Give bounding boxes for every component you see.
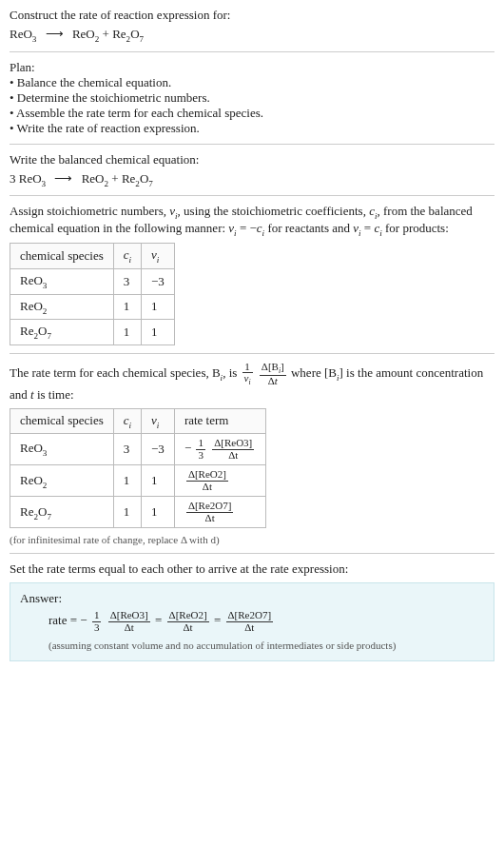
ci: 3: [113, 434, 141, 465]
assign-paragraph: Assign stoichiometric numbers, νi, using…: [10, 204, 494, 237]
frac-dre2o7-dt: Δ[Re2O7]Δt: [226, 610, 274, 633]
sub7: 7: [140, 34, 145, 44]
rate-eq: rate =: [48, 613, 80, 627]
reo: ReO: [10, 27, 32, 41]
col-ci: ci: [113, 244, 141, 269]
rate-expression: rate = − 13 Δ[ReO3]Δt = Δ[ReO2]Δt = Δ[Re…: [48, 610, 484, 633]
neg: −: [184, 441, 191, 455]
col-nui: νi: [142, 244, 175, 269]
ci: 3: [113, 268, 141, 294]
frac-dreo2-dt: Δ[ReO2]Δt: [186, 469, 228, 492]
eq: =: [155, 613, 165, 627]
nui: −3: [142, 268, 175, 294]
arrow-icon: ⟶: [54, 171, 72, 187]
ci: 1: [113, 465, 141, 497]
reactant-reo3-b: ReO3: [19, 171, 46, 186]
rate-term: Δ[ReO2]Δt: [174, 465, 265, 497]
table-header-row: chemical species ci νi rate term: [10, 408, 266, 434]
den: 3: [196, 450, 205, 462]
frac-dbi-dt: Δ[Bi]Δt: [260, 362, 286, 387]
plan-item-1: • Balance the chemical equation.: [10, 75, 494, 90]
unbalanced-equation: ReO3 ⟶ ReO2 + Re2O7: [10, 27, 494, 44]
answer-label: Answer:: [20, 591, 484, 606]
col-ci: ci: [113, 408, 141, 434]
species: Re2O7: [10, 497, 114, 528]
rate-term: − 13 Δ[ReO3]Δt: [174, 434, 265, 465]
divider: [10, 51, 494, 52]
divider: [10, 144, 494, 145]
stoich-table: chemical species ci νi ReO3 3 −3 ReO2 1 …: [10, 243, 175, 344]
den: Δt: [167, 622, 209, 634]
table-row: ReO3 3 −3: [10, 268, 175, 294]
frac-dreo3-dt: Δ[ReO3]Δt: [108, 610, 150, 633]
sub3: 3: [32, 34, 37, 44]
col-rate-term: rate term: [174, 408, 265, 434]
plan-item-3: • Assemble the rate term for each chemic…: [10, 106, 494, 121]
re-b: Re: [122, 171, 135, 186]
sub7b: 7: [148, 178, 153, 187]
rate-term-paragraph: The rate term for each chemical species,…: [10, 362, 494, 403]
coef-3: 3: [10, 171, 19, 186]
den: Δt: [186, 513, 234, 524]
eq2: =: [214, 613, 224, 627]
neg: −: [80, 613, 87, 627]
eq2: =: [361, 221, 375, 235]
sub: 3: [43, 281, 48, 290]
col-species: chemical species: [10, 244, 114, 269]
species: ReO3: [10, 434, 114, 465]
txt: , is: [223, 365, 240, 380]
infinitesimal-note: (for infinitesimal rate of change, repla…: [10, 534, 494, 545]
reactant-reo3: ReO3: [10, 27, 36, 41]
plan-title: Plan:: [10, 60, 494, 75]
rate-term-table: chemical species ci νi rate term ReO3 3 …: [10, 408, 266, 529]
table-row: ReO2 1 1 Δ[ReO2]Δt: [10, 465, 266, 497]
den: Δt: [108, 622, 150, 634]
sp2: O: [38, 324, 47, 338]
nui: 1: [142, 497, 175, 528]
sub2b: 2: [104, 178, 108, 187]
frac-dreo2-dt: Δ[ReO2]Δt: [167, 610, 209, 633]
rate-term: Δ[Re2O7]Δt: [174, 497, 265, 528]
reo-p1: ReO: [72, 27, 95, 41]
reo-p1b: ReO: [82, 171, 105, 186]
ci: 1: [113, 497, 141, 528]
den: Δt: [226, 622, 274, 634]
txt: Assign stoichiometric numbers,: [10, 204, 169, 218]
sp: ReO: [20, 273, 43, 287]
table-row: Re2O7 1 1: [10, 320, 175, 345]
col-species: chemical species: [10, 408, 114, 434]
i: i: [129, 255, 132, 265]
re: Re: [112, 27, 126, 41]
txt: , using the stoichiometric coefficients,: [178, 204, 370, 218]
frac-1-3: 13: [196, 438, 205, 461]
answer-box: Answer: rate = − 13 Δ[ReO3]Δt = Δ[ReO2]Δ…: [10, 582, 494, 660]
i: i: [157, 420, 160, 429]
sub: 2: [43, 305, 48, 315]
prompt-line: Construct the rate of reaction expressio…: [10, 8, 494, 23]
den: 3: [92, 622, 102, 634]
species: ReO2: [10, 294, 114, 320]
balanced-equation: 3 ReO3 ⟶ ReO2 + Re2O7: [10, 171, 494, 188]
frac-1-nui: 1νi: [242, 362, 253, 387]
nui: 1: [142, 320, 175, 345]
table-row: Re2O7 1 1 Δ[Re2O7]Δt: [10, 497, 266, 528]
divider: [10, 195, 494, 196]
species: ReO2: [10, 465, 114, 497]
divider: [10, 553, 494, 554]
frac-1-3: 13: [92, 610, 102, 633]
num: Δ[ReO3]: [212, 438, 254, 450]
sp: Re: [20, 324, 33, 338]
reo-b: ReO: [19, 171, 42, 186]
table-header-row: chemical species ci νi: [10, 244, 175, 269]
sub3b: 3: [42, 178, 47, 187]
sub2: 7: [47, 331, 51, 341]
product-re2o7: Re2O7: [112, 27, 144, 41]
final-title: Set the rate terms equal to each other t…: [10, 561, 494, 577]
plan-item-4: • Write the rate of reaction expression.: [10, 121, 494, 136]
assumption-note: (assuming constant volume and no accumul…: [48, 640, 484, 651]
nui: 1: [142, 465, 175, 497]
sp: ReO: [20, 299, 43, 313]
balanced-title: Write the balanced chemical equation:: [10, 152, 494, 167]
species: ReO3: [10, 268, 114, 294]
txt: for reactants and: [264, 221, 353, 235]
